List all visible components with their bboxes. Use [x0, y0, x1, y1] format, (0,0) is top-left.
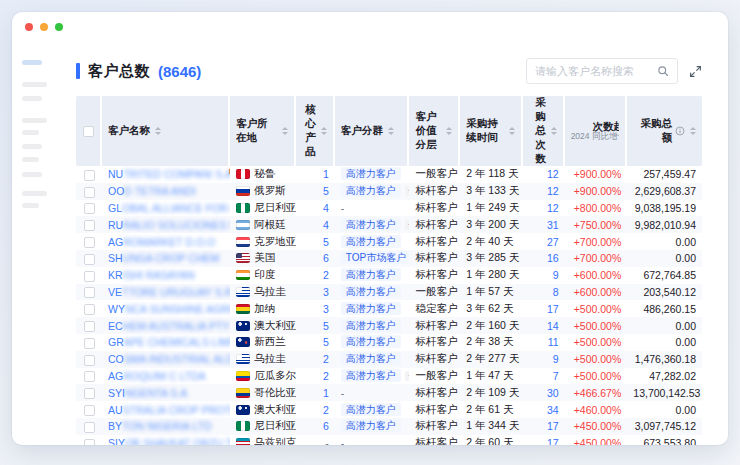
- row-checkbox[interactable]: [84, 203, 95, 214]
- search-input[interactable]: [535, 65, 651, 77]
- customer-name-link[interactable]: WYNCA SUNSHINE AGRIC PRO (U...: [108, 303, 224, 315]
- core-product-count-link[interactable]: 2: [323, 404, 329, 416]
- purchase-count-link[interactable]: 17: [547, 420, 559, 432]
- column-header-group[interactable]: 客户分群: [335, 96, 410, 166]
- purchase-count-link[interactable]: 27: [547, 236, 559, 248]
- column-header-amount[interactable]: 采购总额: [627, 96, 702, 166]
- customer-name-link[interactable]: SIYOB SHAVKAT ORZU TERMEZ X...: [108, 437, 224, 445]
- sidebar-item-skeleton[interactable]: [22, 191, 47, 196]
- purchase-count-link[interactable]: 17: [547, 303, 559, 315]
- purchase-count-link[interactable]: 12: [547, 185, 559, 197]
- row-checkbox[interactable]: [84, 187, 95, 198]
- core-product-count-link[interactable]: 5: [323, 236, 329, 248]
- cell-select: [76, 351, 102, 368]
- column-header-count[interactable]: 采购总次数: [523, 96, 565, 166]
- core-product-count-link[interactable]: 3: [323, 303, 329, 315]
- column-header-location[interactable]: 客户所在地: [230, 96, 296, 166]
- app-window: 客户总数 (8646): [12, 12, 728, 445]
- row-checkbox[interactable]: [84, 439, 95, 446]
- row-checkbox[interactable]: [84, 254, 95, 265]
- customer-name-link[interactable]: ECHEM AUSTRALIA PTY LIMITED: [108, 320, 224, 332]
- core-product-count-link[interactable]: 6: [323, 420, 329, 432]
- row-checkbox[interactable]: [84, 271, 95, 282]
- fullscreen-expand-icon[interactable]: [689, 65, 702, 78]
- customer-name-link[interactable]: AUSTRALIA CROP PROTECTION P...: [108, 404, 224, 416]
- zoom-button[interactable]: [55, 23, 63, 31]
- column-header-trend[interactable]: 次数趋势2024 同比增长率: [565, 96, 628, 166]
- search-box[interactable]: [526, 58, 678, 84]
- customer-name-link[interactable]: KRISHI RASAYAN: [108, 269, 195, 281]
- core-product-count-link[interactable]: 2: [323, 370, 329, 382]
- core-product-count-link[interactable]: 1: [323, 168, 329, 180]
- sidebar-item-skeleton[interactable]: [22, 203, 39, 208]
- info-icon[interactable]: [675, 126, 685, 136]
- row-checkbox[interactable]: [84, 355, 95, 366]
- purchase-count-link[interactable]: 34: [547, 404, 559, 416]
- sidebar-item-skeleton[interactable]: [22, 130, 39, 135]
- row-checkbox[interactable]: [84, 338, 95, 349]
- sidebar-item-active-skeleton[interactable]: [22, 60, 42, 65]
- customer-name-link[interactable]: BYTON NIGERIA LTD: [108, 420, 211, 432]
- purchase-count-link[interactable]: 31: [547, 219, 559, 231]
- sidebar-item-skeleton[interactable]: [22, 172, 42, 177]
- column-header-core[interactable]: 核心产品: [296, 96, 335, 166]
- select-all-checkbox[interactable]: [83, 126, 94, 137]
- core-product-count-link[interactable]: 5: [323, 185, 329, 197]
- customer-name-link[interactable]: NUTRITED COMPANI S.A.C: [108, 168, 224, 180]
- core-product-count-link[interactable]: 3: [323, 286, 329, 298]
- customer-name-link[interactable]: COSMA INDUSTRIAL ALDRO R...: [108, 353, 224, 365]
- purchase-count-link[interactable]: 11: [548, 336, 559, 348]
- row-checkbox[interactable]: [84, 405, 95, 416]
- core-product-count-link[interactable]: 5: [323, 320, 329, 332]
- row-checkbox[interactable]: [84, 220, 95, 231]
- purchase-count-link[interactable]: 9: [553, 353, 559, 365]
- core-product-count-link[interactable]: 4: [323, 202, 329, 214]
- column-header-tier[interactable]: 客户价值分层: [409, 96, 460, 166]
- customer-name-link[interactable]: SHUNGA CROP CHEM: [108, 252, 219, 264]
- purchase-count-link[interactable]: 12: [547, 202, 559, 214]
- row-checkbox[interactable]: [84, 237, 95, 248]
- row-checkbox[interactable]: [84, 287, 95, 298]
- customer-name-link[interactable]: VETTORE URUGUAY S.R.L: [108, 286, 224, 298]
- core-product-count-link[interactable]: 2: [323, 269, 329, 281]
- core-product-count-link[interactable]: 4: [323, 219, 329, 231]
- customer-name-link[interactable]: AGROQUIM C LTDA: [108, 370, 206, 382]
- sidebar-item-skeleton[interactable]: [22, 82, 47, 87]
- purchase-count-link[interactable]: 9: [553, 269, 559, 281]
- search-icon[interactable]: [657, 65, 669, 77]
- purchase-count-link[interactable]: 14: [547, 320, 559, 332]
- row-checkbox[interactable]: [84, 304, 95, 315]
- purchase-count-link[interactable]: 17: [547, 437, 559, 445]
- row-checkbox[interactable]: [84, 388, 95, 399]
- sidebar-item-skeleton[interactable]: [22, 96, 42, 101]
- core-product-count-link[interactable]: 2: [323, 353, 329, 365]
- minimize-button[interactable]: [40, 23, 48, 31]
- core-product-count-link[interactable]: 1: [323, 387, 329, 399]
- country-flag-icon: [236, 371, 250, 381]
- row-checkbox[interactable]: [84, 170, 95, 181]
- customer-name-link[interactable]: RURALIO SOLUCIONES S.A: [108, 219, 224, 231]
- customer-name-link[interactable]: SYINGENTA S.A: [108, 387, 187, 399]
- row-checkbox[interactable]: [84, 422, 95, 433]
- sidebar-item-skeleton[interactable]: [22, 144, 42, 149]
- row-checkbox[interactable]: [84, 321, 95, 332]
- column-header-select[interactable]: [76, 96, 102, 166]
- sidebar-item-skeleton[interactable]: [22, 118, 47, 123]
- purchase-count-link[interactable]: 8: [553, 286, 559, 298]
- customer-name-link[interactable]: OOD TETRA ANDI: [108, 185, 196, 197]
- customer-name-link[interactable]: AGROMARKET D.O.O: [108, 236, 215, 248]
- column-header-duration[interactable]: 采购持续时间: [460, 96, 523, 166]
- purchase-count-link[interactable]: 30: [547, 387, 559, 399]
- sidebar-item-skeleton[interactable]: [22, 157, 39, 162]
- purchase-count-link[interactable]: 16: [547, 252, 559, 264]
- row-checkbox[interactable]: [84, 371, 95, 382]
- customer-name-link[interactable]: GRAPE CHEMICALS LIMITED: [108, 336, 224, 348]
- core-product-count-link[interactable]: 5: [323, 336, 329, 348]
- purchase-count-link[interactable]: 7: [553, 370, 559, 382]
- purchase-count-link[interactable]: 12: [547, 168, 559, 180]
- customer-name-link[interactable]: GLOBAL ALLIANCE FOR CHEMICA...: [108, 202, 224, 214]
- core-product-count-link[interactable]: 6: [323, 252, 329, 264]
- close-button[interactable]: [25, 23, 33, 31]
- column-header-name[interactable]: 客户名称: [102, 96, 230, 166]
- cell-name: SYINGENTA S.A: [102, 384, 230, 401]
